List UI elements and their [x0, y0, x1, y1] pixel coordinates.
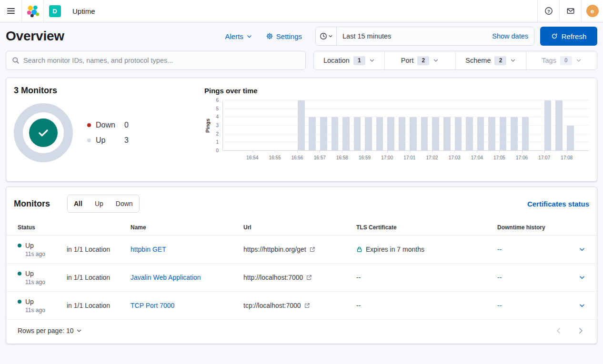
- pings-bar: [567, 126, 574, 151]
- tab-down[interactable]: Down: [110, 195, 139, 212]
- legend-dot: [87, 138, 91, 142]
- x-axis-tick-label: 16:58: [336, 155, 348, 160]
- search-box: [6, 51, 306, 70]
- filter-count-badge: 1: [353, 56, 365, 65]
- status-ago: 11s ago: [18, 307, 67, 314]
- chevron-down-icon: [579, 302, 585, 309]
- show-dates-button[interactable]: Show dates: [486, 32, 534, 40]
- space-badge[interactable]: D: [44, 0, 66, 22]
- pings-bar: [443, 117, 451, 151]
- chevron-down-icon: [433, 58, 439, 63]
- chevron-right-icon: [577, 327, 584, 334]
- monitor-name-link[interactable]: httpbin GET: [131, 246, 166, 253]
- monitor-url: http://localhost:7000: [243, 274, 303, 281]
- quick-select-button[interactable]: [316, 27, 337, 45]
- pings-bar: [555, 100, 563, 151]
- refresh-label: Refresh: [562, 32, 587, 40]
- filter-port-button[interactable]: Port2: [384, 51, 455, 69]
- tab-all[interactable]: All: [68, 195, 89, 212]
- pings-bar: [309, 117, 316, 151]
- monitors-title: Monitors: [14, 199, 50, 209]
- status-location: in 1/1 Location: [67, 246, 110, 253]
- filter-location-button[interactable]: Location1: [314, 51, 384, 69]
- next-page-button[interactable]: [576, 326, 585, 335]
- settings-button[interactable]: Settings: [266, 32, 302, 40]
- status-up-dot: [18, 272, 21, 275]
- expand-row-button[interactable]: [577, 244, 587, 255]
- legend-dot: [87, 123, 91, 127]
- x-axis-tick-label: 17:05: [493, 155, 505, 160]
- time-range-value[interactable]: Last 15 minutes: [337, 32, 486, 40]
- pings-bar: [432, 117, 439, 151]
- monitor-name-link[interactable]: TCP Port 7000: [131, 302, 174, 309]
- tls-certificate-text: --: [356, 302, 361, 309]
- pings-bar: [342, 117, 350, 151]
- status-donut-chart: [14, 103, 73, 162]
- monitor-name-link[interactable]: Javalin Web Application: [131, 274, 201, 281]
- x-axis-tick-label: 17:02: [426, 155, 438, 160]
- elastic-logo[interactable]: [22, 0, 44, 22]
- top-navbar: D Uptime ? e: [0, 0, 603, 22]
- column-header: Status: [14, 224, 127, 231]
- rows-per-page-button[interactable]: Rows per page: 10: [18, 327, 82, 334]
- gear-icon: [266, 32, 273, 40]
- refresh-button[interactable]: Refresh: [540, 27, 597, 46]
- filter-count-badge: 2: [417, 56, 429, 65]
- external-link-icon: [310, 246, 315, 252]
- downtime-history-cell: --: [493, 246, 568, 253]
- x-axis-tick-label: 17:07: [538, 155, 550, 160]
- clock-icon: [320, 32, 327, 40]
- table-body: Up11s agoin 1/1 Locationhttpbin GEThttps…: [6, 236, 597, 320]
- elastic-logo-icon: [26, 4, 40, 18]
- newsfeed-button[interactable]: [559, 0, 581, 22]
- status-text: Up: [25, 298, 34, 305]
- column-header: Downtime history: [493, 224, 568, 231]
- pings-bar: [365, 117, 372, 151]
- pings-bar: [387, 117, 394, 151]
- menu-button[interactable]: [0, 0, 22, 22]
- prev-page-button[interactable]: [554, 326, 563, 335]
- external-url-link[interactable]: [310, 246, 315, 252]
- search-input[interactable]: [23, 57, 300, 64]
- pings-bar: [488, 117, 495, 151]
- pings-plot: [222, 100, 589, 151]
- monitor-url: tcp://localhost:7000: [243, 302, 301, 309]
- external-link-icon: [304, 303, 310, 308]
- lock-icon: [356, 246, 362, 253]
- pings-x-labels: 16:5416:5516:5616:5716:5816:5917:0017:01…: [222, 151, 589, 164]
- monitors-card: Monitors AllUpDown Certificates status S…: [6, 187, 597, 344]
- filter-label: Location: [323, 57, 350, 64]
- legend-label: Up: [96, 136, 124, 145]
- filter-scheme-button[interactable]: Scheme2: [455, 51, 526, 69]
- expand-row-button[interactable]: [577, 300, 587, 311]
- status-ago: 11s ago: [18, 251, 67, 257]
- chevron-down-icon: [369, 58, 375, 63]
- donut-legend: Down0Up3: [87, 118, 129, 148]
- external-url-link[interactable]: [304, 303, 310, 308]
- legend-value: 3: [124, 136, 129, 145]
- help-button[interactable]: ?: [537, 0, 559, 22]
- x-axis-tick-label: 16:56: [291, 155, 303, 160]
- all-up-check-icon: [29, 118, 58, 147]
- external-link-icon: [306, 275, 312, 280]
- hamburger-icon: [7, 8, 15, 14]
- x-axis-tick-label: 17:06: [516, 155, 528, 160]
- column-header: TLS Certificate: [352, 224, 493, 231]
- external-url-link[interactable]: [306, 275, 312, 280]
- alerts-dropdown[interactable]: Alerts: [225, 32, 252, 40]
- x-axis-tick-label: 17:00: [381, 155, 393, 160]
- pings-bar: [354, 117, 361, 151]
- monitor-url: https://httpbin.org/get: [243, 246, 306, 253]
- expand-row-button[interactable]: [577, 272, 587, 283]
- chevron-down-icon: [76, 328, 82, 334]
- pings-y-axis-label: Pings: [204, 100, 211, 151]
- user-menu-button[interactable]: e: [581, 0, 603, 22]
- table-footer: Rows per page: 10: [6, 320, 597, 344]
- tls-certificate-text: Expires in 7 months: [366, 246, 424, 253]
- filter-tags-button[interactable]: Tags0: [526, 51, 597, 69]
- tab-up[interactable]: Up: [89, 195, 110, 212]
- status-up-dot: [18, 300, 21, 304]
- certificates-status-link[interactable]: Certificates status: [527, 200, 589, 208]
- pings-bar: [466, 117, 473, 151]
- downtime-history-cell: --: [493, 274, 568, 281]
